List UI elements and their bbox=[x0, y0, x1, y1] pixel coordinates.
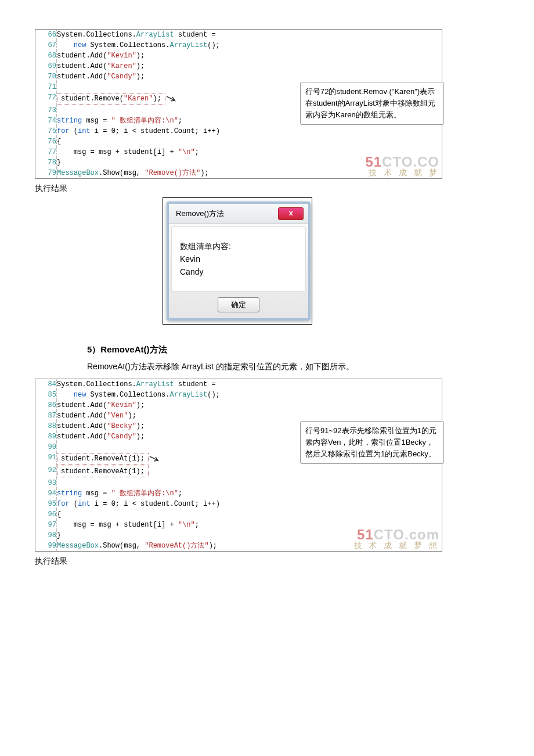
line-number: 72 bbox=[35, 92, 57, 105]
dialog-titlebar: Remove()方法 x bbox=[169, 204, 308, 224]
line-number: 93 bbox=[35, 478, 57, 488]
line-number: 87 bbox=[35, 411, 57, 421]
line-number: 95 bbox=[35, 499, 57, 509]
code-line: { bbox=[57, 136, 442, 147]
dialog-line: Kevin bbox=[180, 253, 297, 265]
code-line: student.Add("Kevin"); bbox=[57, 400, 442, 411]
code-line: student.Add("Karen"); bbox=[57, 61, 442, 71]
line-number: 76 bbox=[35, 136, 57, 147]
dialog-footer: 51CTO.com 技 术 成 就 梦 想 确定 bbox=[169, 294, 308, 318]
code-line: new System.Collections.ArrayList(); bbox=[57, 40, 442, 51]
line-number: 99 bbox=[35, 541, 57, 551]
dialog-body: 数组清单内容: Kevin Candy bbox=[171, 226, 306, 291]
code-screenshot-removeat: 84System.Collections.ArrayList student =… bbox=[35, 379, 442, 552]
line-number: 92 bbox=[35, 465, 57, 478]
code-line: new System.Collections.ArrayList(); bbox=[57, 390, 442, 400]
messagebox-remove: Remove()方法 x 数组清单内容: Kevin Candy 51CTO.c… bbox=[167, 201, 311, 321]
line-number: 73 bbox=[35, 105, 57, 116]
code-line: student.Add("Kevin"); bbox=[57, 51, 442, 61]
code-line: for (int i = 0; i < student.Count; i++) bbox=[57, 126, 442, 136]
callout-text: 行号91~92表示先移除索引位置为1的元素内容Ven，此时，索引位置1Becky… bbox=[305, 426, 436, 458]
line-number: 97 bbox=[35, 520, 57, 530]
code-line: student.RemoveAt(1); bbox=[57, 465, 442, 478]
code-line: student.Add("Candy"); bbox=[57, 71, 442, 82]
result-label: 执行结果 bbox=[35, 556, 499, 567]
line-number: 85 bbox=[35, 390, 57, 400]
line-number: 71 bbox=[35, 82, 57, 92]
line-number: 98 bbox=[35, 530, 57, 541]
code-line: System.Collections.ArrayList student = bbox=[57, 379, 442, 390]
watermark: 51CTO.CO 技 术 成 就 梦 bbox=[365, 154, 439, 178]
section-paragraph: RemoveAt()方法表示移除 ArrayList 的指定索引位置的元素，如下… bbox=[87, 360, 499, 373]
callout-removeat: 行号91~92表示先移除索引位置为1的元素内容Ven，此时，索引位置1Becky… bbox=[300, 421, 444, 464]
line-number: 67 bbox=[35, 40, 57, 51]
line-number: 88 bbox=[35, 421, 57, 431]
code-line: { bbox=[57, 509, 442, 520]
code-line: string msg = " 数组清单内容:\n"; bbox=[57, 488, 442, 499]
line-number: 69 bbox=[35, 61, 57, 71]
line-number: 84 bbox=[35, 379, 57, 390]
line-number: 74 bbox=[35, 116, 57, 126]
dialog-line: 数组清单内容: bbox=[180, 240, 297, 253]
line-number: 78 bbox=[35, 157, 57, 168]
code-line: System.Collections.ArrayList student = bbox=[57, 30, 442, 40]
line-number: 90 bbox=[35, 442, 57, 452]
code-line: for (int i = 0; i < student.Count; i++) bbox=[57, 499, 442, 509]
line-number: 70 bbox=[35, 71, 57, 82]
line-number: 89 bbox=[35, 431, 57, 442]
code-line bbox=[57, 478, 442, 488]
result-label: 执行结果 bbox=[35, 183, 499, 194]
callout-text: 行号72的student.Remov ("Karen")表示在student的A… bbox=[305, 87, 435, 119]
dialog-title-text: Remove()方法 bbox=[176, 208, 224, 219]
line-number: 94 bbox=[35, 488, 57, 499]
close-button[interactable]: x bbox=[278, 207, 304, 220]
ok-button[interactable]: 确定 bbox=[218, 297, 259, 312]
line-number: 75 bbox=[35, 126, 57, 136]
line-number: 77 bbox=[35, 147, 57, 157]
line-number: 91 bbox=[35, 452, 57, 465]
section-heading-removeat: 5）RemoveAt()方法 bbox=[87, 344, 499, 355]
code-line: student.Add("Ven"); bbox=[57, 411, 442, 421]
callout-remove: 行号72的student.Remov ("Karen")表示在student的A… bbox=[300, 82, 444, 125]
line-number: 79 bbox=[35, 168, 57, 178]
line-number: 66 bbox=[35, 30, 57, 40]
line-number: 68 bbox=[35, 51, 57, 61]
code-screenshot-remove: 66System.Collections.ArrayList student =… bbox=[35, 29, 442, 179]
line-number: 86 bbox=[35, 400, 57, 411]
watermark: 51CTO.com 技 术 成 就 梦 想 bbox=[354, 527, 439, 551]
line-number: 96 bbox=[35, 509, 57, 520]
dialog-line: Candy bbox=[180, 265, 297, 278]
